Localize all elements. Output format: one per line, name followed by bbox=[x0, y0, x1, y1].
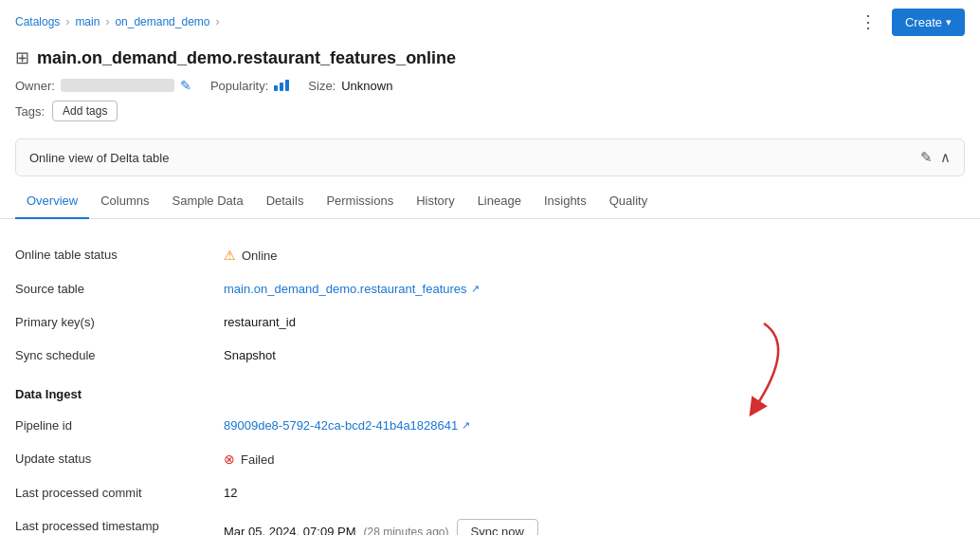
bar-3 bbox=[285, 80, 289, 91]
meta-row: Owner: ✎ Popularity: Size: Unknown bbox=[15, 78, 965, 93]
overview-table: Online table status ⚠ Online Source tabl… bbox=[15, 238, 965, 372]
breadcrumb-catalogs[interactable]: Catalogs bbox=[15, 15, 60, 28]
description-text: Online view of Delta table bbox=[29, 151, 169, 165]
pipeline-id-link[interactable]: 89009de8-5792-42ca-bcd2-41b4a1828641 bbox=[224, 418, 458, 433]
bar-1 bbox=[274, 85, 278, 91]
tab-history[interactable]: History bbox=[405, 184, 465, 219]
warning-icon: ⚠ bbox=[224, 248, 236, 263]
page-header: ⊞ main.on_demand_demo.restaurant_feature… bbox=[0, 44, 980, 138]
online-status-label: Online table status bbox=[15, 238, 224, 272]
sync-schedule-value: Snapshot bbox=[224, 339, 965, 372]
tab-lineage[interactable]: Lineage bbox=[466, 184, 533, 219]
collapse-description-icon[interactable]: ∧ bbox=[940, 149, 951, 166]
description-actions: ✎ ∧ bbox=[920, 149, 951, 166]
chevron-down-icon: ▾ bbox=[946, 16, 952, 28]
popularity-label: Popularity: bbox=[210, 79, 268, 93]
pipeline-ext-link-icon: ↗ bbox=[462, 419, 470, 432]
sync-now-button[interactable]: Sync now bbox=[457, 519, 538, 535]
breadcrumb: Catalogs › main › on_demand_demo › bbox=[15, 15, 219, 28]
timestamp-text: Mar 05, 2024, 07:09 PM bbox=[224, 525, 355, 535]
primary-key-label: Primary key(s) bbox=[15, 305, 224, 339]
owner-meta: Owner: ✎ bbox=[15, 78, 191, 93]
tags-row: Tags: Add tags bbox=[15, 101, 965, 121]
failed-text: Failed bbox=[241, 452, 274, 467]
edit-owner-icon[interactable]: ✎ bbox=[180, 78, 191, 93]
external-link-icon: ↗ bbox=[471, 283, 480, 295]
primary-key-row: Primary key(s) restaurant_id bbox=[15, 305, 965, 339]
pipeline-id-value: 89009de8-5792-42ca-bcd2-41b4a1828641 ↗ bbox=[224, 418, 965, 433]
breadcrumb-main[interactable]: main bbox=[75, 15, 100, 28]
description-box: Online view of Delta table ✎ ∧ bbox=[15, 138, 965, 176]
tab-overview[interactable]: Overview bbox=[15, 184, 89, 219]
last-commit-row: Last processed commit 12 bbox=[15, 476, 965, 509]
last-timestamp-row: Last processed timestamp Mar 05, 2024, 0… bbox=[15, 509, 965, 535]
last-timestamp-value: Mar 05, 2024, 07:09 PM (28 minutes ago) … bbox=[224, 519, 965, 535]
breadcrumb-sep-3: › bbox=[215, 15, 219, 28]
sync-schedule-row: Sync schedule Snapshot bbox=[15, 339, 965, 372]
overview-content: Online table status ⚠ Online Source tabl… bbox=[0, 219, 980, 535]
primary-key-value: restaurant_id bbox=[224, 305, 965, 339]
breadcrumb-on-demand-demo[interactable]: on_demand_demo bbox=[115, 15, 209, 28]
last-commit-value: 12 bbox=[224, 476, 965, 509]
popularity-bars bbox=[274, 80, 289, 91]
size-value: Unknown bbox=[341, 79, 392, 93]
source-table-value: main.on_demand_demo.restaurant_features … bbox=[224, 282, 965, 296]
update-status-label: Update status bbox=[15, 442, 224, 476]
owner-label: Owner: bbox=[15, 79, 55, 93]
tab-columns[interactable]: Columns bbox=[89, 184, 160, 219]
table-icon: ⊞ bbox=[15, 47, 29, 68]
size-meta: Size: Unknown bbox=[308, 79, 392, 93]
tab-details[interactable]: Details bbox=[255, 184, 316, 219]
create-button[interactable]: Create ▾ bbox=[892, 9, 965, 36]
online-status-value: ⚠ Online bbox=[224, 248, 965, 263]
breadcrumb-sep-2: › bbox=[105, 15, 109, 28]
breadcrumb-sep-1: › bbox=[65, 15, 69, 28]
page-title: main.on_demand_demo.restaurant_features_… bbox=[37, 48, 456, 68]
last-timestamp-label: Last processed timestamp bbox=[15, 509, 224, 535]
online-status-text: Online bbox=[242, 249, 278, 263]
more-options-button[interactable]: ⋮ bbox=[852, 8, 884, 36]
last-commit-label: Last processed commit bbox=[15, 476, 224, 509]
tab-permissions[interactable]: Permissions bbox=[315, 184, 405, 219]
data-ingest-table: Pipeline id 89009de8-5792-42ca-bcd2-41b4… bbox=[15, 409, 965, 535]
popularity-meta: Popularity: bbox=[210, 79, 289, 93]
size-label: Size: bbox=[308, 79, 336, 93]
create-label: Create bbox=[905, 15, 942, 29]
add-tags-button[interactable]: Add tags bbox=[52, 101, 118, 121]
title-row: ⊞ main.on_demand_demo.restaurant_feature… bbox=[15, 47, 965, 68]
tab-insights[interactable]: Insights bbox=[533, 184, 598, 219]
pipeline-id-label: Pipeline id bbox=[15, 409, 224, 442]
top-bar: Catalogs › main › on_demand_demo › ⋮ Cre… bbox=[0, 0, 980, 44]
pipeline-id-row: Pipeline id 89009de8-5792-42ca-bcd2-41b4… bbox=[15, 409, 965, 442]
sync-schedule-label: Sync schedule bbox=[15, 339, 224, 372]
bar-2 bbox=[280, 83, 283, 91]
owner-value-bar bbox=[61, 79, 174, 92]
source-table-row: Source table main.on_demand_demo.restaur… bbox=[15, 272, 965, 305]
tabs-bar: Overview Columns Sample Data Details Per… bbox=[0, 184, 980, 219]
source-table-label: Source table bbox=[15, 272, 224, 305]
top-right-actions: ⋮ Create ▾ bbox=[852, 8, 965, 36]
update-status-value: ⊗ Failed bbox=[224, 452, 965, 467]
error-icon: ⊗ bbox=[224, 452, 235, 467]
tab-quality[interactable]: Quality bbox=[598, 184, 659, 219]
online-status-row: Online table status ⚠ Online bbox=[15, 238, 965, 272]
time-ago-text: (28 minutes ago) bbox=[363, 526, 448, 536]
tags-label: Tags: bbox=[15, 104, 45, 119]
edit-description-icon[interactable]: ✎ bbox=[920, 149, 933, 166]
source-table-link[interactable]: main.on_demand_demo.restaurant_features bbox=[224, 282, 467, 296]
update-status-row: Update status ⊗ Failed bbox=[15, 442, 965, 476]
tab-sample-data[interactable]: Sample Data bbox=[160, 184, 254, 219]
data-ingest-title: Data Ingest bbox=[15, 372, 965, 409]
